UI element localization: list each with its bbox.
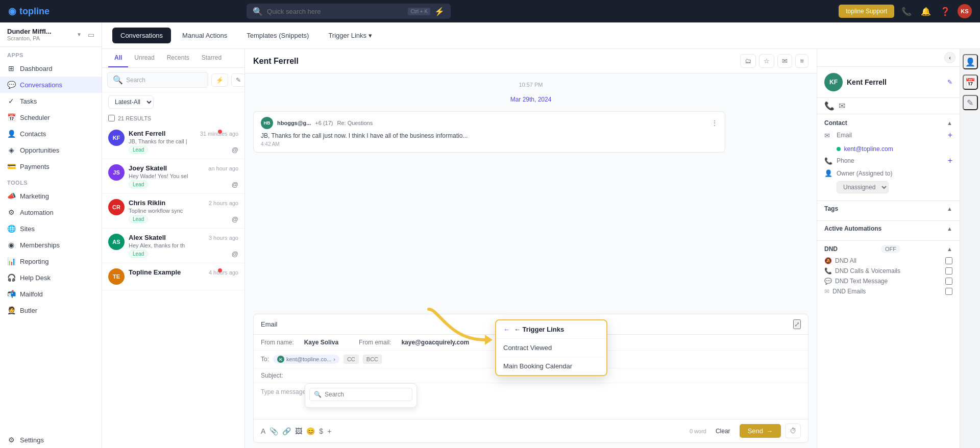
sidebar-item-helpdesk[interactable]: 🎧 Help Desk	[0, 269, 102, 286]
conv-tab-unread[interactable]: Unread	[128, 49, 160, 67]
sidebar-item-butler[interactable]: 🤵 Butler	[0, 302, 102, 318]
sidebar-item-reporting[interactable]: 📊 Reporting	[0, 253, 102, 269]
sidebar-item-contacts[interactable]: 👤 Contacts	[0, 126, 102, 142]
add-email-button[interactable]: +	[948, 131, 952, 140]
trigger-link-main-booking[interactable]: Main Booking Calendar	[496, 357, 606, 375]
format-text-button[interactable]: A	[261, 427, 265, 435]
sidebar-item-marketing[interactable]: 📣 Marketing	[0, 188, 102, 204]
conversation-filter-button[interactable]: ⚡	[211, 73, 228, 87]
email-body[interactable]: Type a message 🔍	[254, 383, 808, 419]
dnd-emails-checkbox[interactable]	[945, 288, 952, 295]
global-search[interactable]: 🔍 Ctrl + K ⚡	[247, 4, 451, 19]
tab-manual-actions[interactable]: Manual Actions	[174, 28, 235, 43]
owner-select[interactable]: Unassigned	[837, 181, 889, 193]
workspace-selector[interactable]: Dunder Miffl... Scranton, PA ▼ ▭	[0, 22, 102, 47]
sidebar-label-payments: Payments	[20, 163, 50, 170]
list-item[interactable]: JS Joey Skatell an hour ago Hey Wade! Ye…	[102, 159, 244, 194]
sidebar-item-mailfold[interactable]: 📬 Mailfold	[0, 286, 102, 302]
tab-trigger-links[interactable]: Trigger Links ▾	[320, 28, 380, 43]
automation-icon: ⚙	[7, 208, 15, 216]
sidebar-item-dashboard[interactable]: ⊞ Dashboard	[0, 60, 102, 77]
dnd-all-checkbox[interactable]	[945, 257, 952, 264]
help-button[interactable]: ❓	[938, 4, 952, 18]
email-body-placeholder: Type a message	[261, 388, 306, 395]
trigger-links-popup[interactable]: ← ← Trigger Links Contract Viewed Main B…	[495, 319, 607, 376]
sidebar-item-tasks[interactable]: ✓ Tasks	[0, 93, 102, 109]
cc-button[interactable]: CC	[344, 355, 359, 364]
conversation-search-input[interactable]	[126, 77, 203, 84]
list-item[interactable]: AS Alex Skatell 3 hours ago Hey Alex, th…	[102, 229, 244, 263]
phone-icon-button[interactable]: 📞	[899, 4, 914, 18]
trigger-search-input-wrapper[interactable]: 🔍	[309, 388, 412, 401]
phone-call-icon[interactable]: 📞	[824, 101, 835, 111]
list-item[interactable]: CR Chris Riklin 2 hours ago Topline work…	[102, 194, 244, 229]
to-chip-expand-icon[interactable]: ›	[333, 356, 335, 362]
sidebar-label-tasks: Tasks	[20, 97, 37, 105]
dnd-toggle[interactable]: OFF	[881, 245, 900, 253]
to-chip[interactable]: K kent@topline.co... ›	[273, 355, 339, 364]
trigger-popup-back-button[interactable]: ←	[503, 326, 510, 333]
dnd-all-label: 🔕 DND All	[824, 257, 856, 264]
message-expand-icon[interactable]: ⋮	[712, 119, 718, 127]
sidebar-item-sites[interactable]: 🌐 Sites	[0, 220, 102, 237]
conversation-edit-button[interactable]: ✎	[231, 73, 246, 87]
more-options-button[interactable]: ≡	[795, 54, 808, 68]
sidebar-item-settings[interactable]: ⚙ Settings	[0, 432, 102, 448]
schedule-send-button[interactable]: ⏱	[785, 424, 801, 438]
more-tools-button[interactable]: +	[327, 427, 331, 435]
archive-button[interactable]: 🗂	[740, 54, 756, 68]
list-item[interactable]: KF Kent Ferrell 31 minutes ago JB, Thank…	[102, 125, 244, 159]
bcc-button[interactable]: BCC	[363, 355, 382, 364]
select-all-checkbox[interactable]	[108, 115, 115, 121]
clear-button[interactable]: Clear	[710, 425, 736, 438]
sidebar-item-memberships[interactable]: ◉ Memberships	[0, 237, 102, 253]
image-button[interactable]: 🖼	[295, 427, 302, 435]
dnd-collapse-icon[interactable]: ▲	[947, 246, 952, 252]
emoji-button[interactable]: 😊	[306, 427, 315, 435]
sidebar-item-scheduler[interactable]: 📅 Scheduler	[0, 109, 102, 126]
star-button[interactable]: ☆	[759, 54, 774, 68]
trigger-search-box[interactable]: 🔍	[305, 383, 417, 408]
conversation-tabs: All Unread Recents Starred	[102, 49, 244, 68]
sidebar-item-payments[interactable]: 💳 Payments	[0, 158, 102, 175]
edit-contact-icon[interactable]: ✎	[947, 79, 952, 86]
automations-section-toggle[interactable]: ▲	[947, 226, 952, 232]
dnd-calls-checkbox[interactable]	[945, 267, 952, 275]
message-group: HB hboggs@g... +6 (17) Re: Questions ⋮ J…	[253, 111, 808, 153]
user-avatar[interactable]: KS	[958, 4, 972, 18]
sidebar-expand-icon[interactable]: ▭	[88, 31, 94, 39]
link-button[interactable]: 🔗	[282, 427, 291, 435]
panel-collapse-button[interactable]: ‹	[944, 52, 955, 63]
conv-tab-recents[interactable]: Recents	[161, 49, 195, 67]
attach-button[interactable]: 📎	[270, 427, 278, 435]
tags-section-toggle[interactable]: ▲	[947, 206, 952, 212]
email-button[interactable]: ✉	[777, 54, 792, 68]
memberships-icon: ◉	[7, 241, 15, 249]
email-action-icon[interactable]: ✉	[839, 101, 845, 111]
sidebar-item-automation[interactable]: ⚙ Automation	[0, 204, 102, 220]
dnd-text-checkbox[interactable]	[945, 278, 952, 285]
logo: ◉ topline	[8, 6, 50, 17]
calendar-strip-icon[interactable]: 📅	[963, 74, 978, 90]
trigger-link-contract-viewed[interactable]: Contract Viewed	[496, 339, 606, 357]
list-item[interactable]: TE Topline Example 4 hours ago	[102, 263, 244, 290]
tab-templates[interactable]: Templates (Snippets)	[238, 28, 317, 43]
support-button[interactable]: topline Support	[839, 5, 894, 18]
conversation-search-box[interactable]: 🔍	[107, 72, 208, 88]
conv-tab-starred[interactable]: Starred	[195, 49, 228, 67]
edit-strip-icon[interactable]: ✎	[963, 95, 978, 110]
trigger-search-input[interactable]	[325, 391, 408, 398]
contact-info-strip-icon[interactable]: 👤	[963, 54, 978, 69]
sidebar-item-opportunities[interactable]: ◈ Opportunities	[0, 142, 102, 158]
email-expand-button[interactable]: ⤢	[793, 319, 801, 329]
sidebar-item-conversations[interactable]: 💬 Conversations	[0, 77, 102, 93]
tab-conversations[interactable]: Conversations	[112, 28, 171, 43]
contact-section-toggle[interactable]: ▲	[947, 120, 952, 126]
conversation-sort-select[interactable]: Latest-All	[108, 95, 154, 109]
global-search-input[interactable]	[267, 8, 404, 15]
conv-tab-all[interactable]: All	[108, 49, 128, 67]
signature-button[interactable]: $	[319, 427, 323, 435]
add-phone-button[interactable]: +	[948, 156, 952, 165]
notification-bell-button[interactable]: 🔔	[919, 4, 933, 18]
send-button[interactable]: Send →	[740, 424, 781, 438]
